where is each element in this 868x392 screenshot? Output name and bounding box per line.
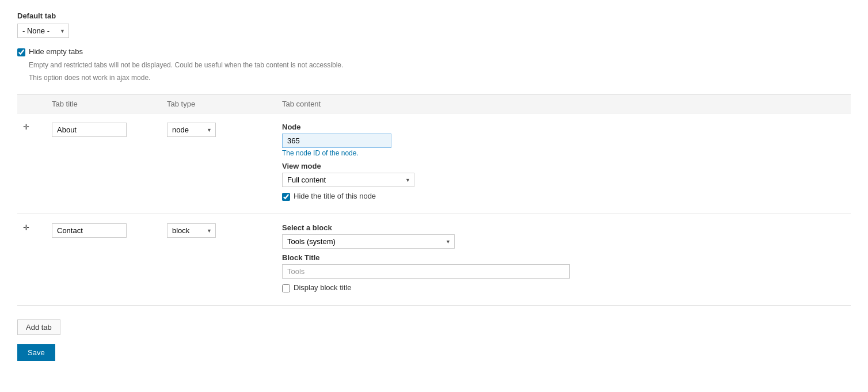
display-block-title-row: Display block title <box>282 283 845 292</box>
table-row: ✛ node block view Node The node ID of th… <box>17 113 851 214</box>
block-select[interactable]: Tools (system) Navigation Footer <box>282 234 455 249</box>
about-title-input[interactable] <box>52 123 127 137</box>
col-content-header: Tab content <box>282 100 845 108</box>
save-row: Save <box>17 344 851 361</box>
view-mode-select[interactable]: Full content Teaser Default <box>282 173 414 187</box>
view-mode-label: View mode <box>282 162 845 170</box>
save-button[interactable]: Save <box>17 344 55 361</box>
node-field-group: Node The node ID of the node. <box>282 123 845 157</box>
contact-type-select[interactable]: node block view <box>167 223 216 238</box>
about-title-col <box>52 123 167 137</box>
default-tab-select[interactable]: - None - <box>17 24 69 38</box>
col-title-header: Tab title <box>52 100 167 108</box>
select-block-group: Select a block Tools (system) Navigation… <box>282 223 845 249</box>
default-tab-section: Default tab - None - <box>17 12 851 47</box>
contact-title-input[interactable] <box>52 223 127 238</box>
actions-row: Add tab <box>17 319 851 335</box>
default-tab-label: Default tab <box>17 12 851 20</box>
col-handle-spacer <box>23 100 52 108</box>
display-block-title-label: Display block title <box>294 283 351 292</box>
drag-handle-contact[interactable]: ✛ <box>23 223 52 232</box>
node-id-input[interactable] <box>282 134 391 148</box>
hide-empty-tabs-hint2: This option does not work in ajax mode. <box>29 73 851 83</box>
contact-content-col: Select a block Tools (system) Navigation… <box>282 223 845 296</box>
hide-title-row: Hide the title of this node <box>282 192 845 201</box>
block-select-wrapper[interactable]: Tools (system) Navigation Footer <box>282 234 455 249</box>
contact-type-select-wrapper[interactable]: node block view <box>167 223 216 238</box>
contact-type-col: node block view <box>167 223 282 238</box>
default-tab-select-wrapper[interactable]: - None - <box>17 24 69 38</box>
table-header: Tab title Tab type Tab content <box>17 94 851 113</box>
col-type-header: Tab type <box>167 100 282 108</box>
hide-title-checkbox[interactable] <box>282 193 290 201</box>
display-block-title-checkbox[interactable] <box>282 284 290 292</box>
hide-empty-tabs-hint1: Empty and restricted tabs will not be di… <box>29 60 851 70</box>
about-type-select-wrapper[interactable]: node block view <box>167 123 216 137</box>
block-title-input[interactable] <box>282 264 570 279</box>
about-type-col: node block view <box>167 123 282 137</box>
hide-empty-tabs-label: Hide empty tabs <box>29 47 83 56</box>
drag-icon: ✛ <box>23 223 29 232</box>
add-tab-button[interactable]: Add tab <box>17 319 60 335</box>
node-id-hint: The node ID of the node. <box>282 149 845 157</box>
block-title-group: Block Title <box>282 253 845 279</box>
select-block-label: Select a block <box>282 223 845 232</box>
node-field-label: Node <box>282 123 845 131</box>
contact-title-col <box>52 223 167 238</box>
hide-title-label: Hide the title of this node <box>294 192 376 200</box>
table-row: ✛ node block view Select a block Tools (… <box>17 214 851 306</box>
view-mode-field-group: View mode Full content Teaser Default <box>282 162 845 187</box>
hide-empty-tabs-row: Hide empty tabs <box>17 47 851 56</box>
drag-handle-about[interactable]: ✛ <box>23 123 52 131</box>
drag-icon: ✛ <box>23 123 29 131</box>
view-mode-select-wrapper[interactable]: Full content Teaser Default <box>282 173 414 187</box>
about-type-select[interactable]: node block view <box>167 123 216 137</box>
hide-empty-tabs-checkbox[interactable] <box>17 48 25 56</box>
about-content-col: Node The node ID of the node. View mode … <box>282 123 845 204</box>
block-title-label: Block Title <box>282 253 845 262</box>
